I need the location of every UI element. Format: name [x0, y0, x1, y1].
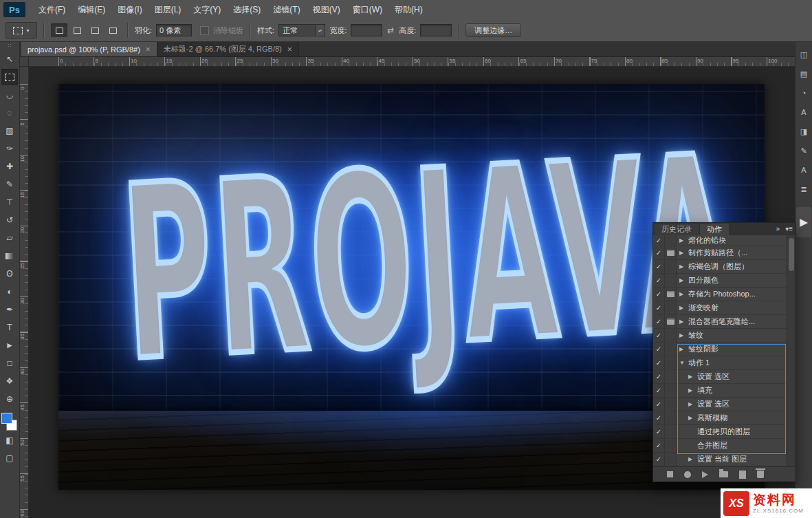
- item-toggle-check-icon[interactable]: ✓: [653, 288, 665, 301]
- panel-menu-icon[interactable]: ▾≡: [785, 224, 793, 234]
- collapse-arrow-icon[interactable]: ▼: [679, 356, 688, 369]
- item-toggle-check-icon[interactable]: ✓: [653, 453, 665, 466]
- action-row[interactable]: ✓▶四分颜色: [653, 274, 787, 288]
- move-tool[interactable]: ↖: [1, 51, 18, 67]
- expand-arrow-icon[interactable]: ▶: [688, 384, 697, 397]
- item-toggle-check-icon[interactable]: ✓: [653, 425, 665, 438]
- item-toggle-check-icon[interactable]: ✓: [653, 411, 665, 424]
- dialog-toggle[interactable]: [665, 370, 677, 383]
- pen-tool[interactable]: ✒: [1, 301, 18, 318]
- dialog-toggle[interactable]: [665, 301, 677, 314]
- screen-mode-button[interactable]: ▢: [1, 450, 18, 466]
- item-toggle-check-icon[interactable]: ✓: [653, 370, 665, 383]
- item-toggle-check-icon[interactable]: ✓: [653, 274, 665, 287]
- zoom-tool[interactable]: ⊕: [1, 391, 18, 407]
- new-set-button[interactable]: [719, 471, 728, 477]
- expand-arrow-icon[interactable]: ▶: [679, 260, 688, 273]
- scrollbar[interactable]: [787, 235, 795, 466]
- swap-dimensions-icon[interactable]: ⇄: [387, 25, 394, 35]
- lasso-tool[interactable]: ◡: [1, 87, 18, 103]
- document-tab[interactable]: 未标题-2 @ 66.7% (图层 4, RGB/8)×: [157, 42, 299, 56]
- dialog-toggle[interactable]: [665, 439, 677, 452]
- action-row[interactable]: ✓▶皱纹阴影: [653, 343, 787, 356]
- tab-close-icon[interactable]: ×: [287, 45, 292, 54]
- expand-arrow-icon[interactable]: ▶: [688, 453, 697, 466]
- hand-tool[interactable]: ❖: [1, 373, 18, 389]
- dialog-toggle[interactable]: [665, 425, 677, 438]
- action-row[interactable]: ✓▶设置 当前 图层: [653, 453, 787, 466]
- anti-alias-checkbox[interactable]: [200, 26, 209, 35]
- action-row[interactable]: ✓▶设置 选区: [653, 398, 787, 411]
- style-select[interactable]: 正常 ▴▾: [278, 24, 325, 36]
- delete-button[interactable]: [757, 471, 764, 478]
- item-toggle-check-icon[interactable]: ✓: [653, 343, 665, 356]
- dialog-toggle[interactable]: [665, 246, 677, 259]
- dialog-toggle[interactable]: [665, 453, 677, 466]
- document-tab[interactable]: projava.psd @ 100% (P, RGB/8#)×: [21, 42, 157, 56]
- menu-item-3[interactable]: 图层(L): [149, 5, 188, 14]
- stop-playing-button[interactable]: [667, 471, 673, 477]
- collapsed-panel-icon[interactable]: ✎: [797, 144, 811, 158]
- eyedropper-tool[interactable]: ✑: [1, 140, 18, 157]
- action-row[interactable]: ✓▶制作剪贴路径（...: [653, 246, 787, 260]
- action-row[interactable]: ✓通过拷贝的图层: [653, 425, 787, 439]
- item-toggle-check-icon[interactable]: ✓: [653, 384, 665, 397]
- eraser-tool[interactable]: ▱: [1, 230, 18, 246]
- gradient-tool[interactable]: [1, 248, 18, 264]
- collapse-to-icons-icon[interactable]: »: [776, 224, 780, 234]
- quick-mask-button[interactable]: ◧: [1, 432, 18, 449]
- blur-tool[interactable]: ʘ: [1, 266, 18, 282]
- menu-item-8[interactable]: 窗口(W): [347, 5, 388, 14]
- item-toggle-check-icon[interactable]: ✓: [653, 301, 665, 314]
- dialog-toggle[interactable]: [665, 384, 677, 397]
- vertical-ruler[interactable]: 051015202530354045505560: [19, 67, 29, 518]
- intersect-selection-button[interactable]: [105, 23, 121, 37]
- foreground-color-swatch[interactable]: [1, 413, 12, 424]
- collapsed-panel-icon[interactable]: ≣: [797, 182, 811, 196]
- collapsed-panel-icon[interactable]: A: [797, 163, 811, 177]
- collapsed-panel-icon[interactable]: ◔: [797, 86, 811, 100]
- item-toggle-check-icon[interactable]: ✓: [653, 329, 665, 342]
- tab-history[interactable]: 历史记录: [655, 224, 699, 235]
- menu-item-6[interactable]: 滤镜(T): [267, 5, 306, 14]
- begin-recording-button[interactable]: [684, 471, 691, 478]
- dialog-toggle[interactable]: [665, 260, 677, 273]
- menu-item-2[interactable]: 图像(I): [111, 5, 148, 14]
- new-selection-button[interactable]: [51, 23, 67, 37]
- new-action-button[interactable]: [739, 471, 746, 479]
- action-row[interactable]: ✓▶棕褐色调（图层）: [653, 260, 787, 274]
- dialog-toggle[interactable]: [665, 235, 677, 246]
- expand-arrow-icon[interactable]: ▶: [679, 301, 688, 314]
- item-toggle-check-icon[interactable]: ✓: [653, 439, 665, 452]
- crop-tool[interactable]: ▧: [1, 122, 18, 139]
- item-toggle-check-icon[interactable]: ✓: [653, 315, 665, 328]
- collapsed-panel-icon[interactable]: A: [797, 105, 811, 119]
- width-input[interactable]: [351, 24, 382, 36]
- add-to-selection-button[interactable]: [69, 23, 85, 37]
- action-row[interactable]: ✓▶熔化的铅块: [653, 235, 787, 246]
- type-tool[interactable]: T: [1, 319, 18, 336]
- refine-edge-button[interactable]: 调整边缘…: [465, 23, 521, 37]
- horizontal-ruler[interactable]: 0510152025303540455055606570758085909510…: [29, 57, 795, 67]
- dialog-toggle[interactable]: [665, 274, 677, 287]
- menu-item-4[interactable]: 文字(Y): [187, 5, 227, 14]
- brush-tool[interactable]: ✎: [1, 176, 18, 193]
- tab-actions[interactable]: 动作: [700, 224, 729, 235]
- collapsed-panel-icon[interactable]: ▤: [797, 67, 811, 80]
- action-row[interactable]: ✓▶混合器画笔克隆绘...: [653, 315, 787, 329]
- expand-arrow-icon[interactable]: ▶: [688, 411, 697, 424]
- path-selection-tool[interactable]: ►: [1, 337, 18, 354]
- dialog-toggle[interactable]: [665, 288, 677, 301]
- dialog-toggle[interactable]: [665, 329, 677, 342]
- dialog-toggle[interactable]: [665, 343, 677, 356]
- stepper-arrows-icon[interactable]: ▴▾: [315, 25, 325, 36]
- dialog-toggle[interactable]: [665, 411, 677, 424]
- actions-panel-collapsed-icon[interactable]: ▶: [796, 207, 811, 237]
- action-row[interactable]: ✓▶存储为 Photoshop...: [653, 288, 787, 301]
- dialog-toggle[interactable]: [665, 315, 677, 328]
- action-row[interactable]: ✓▶高斯模糊: [653, 411, 787, 425]
- item-toggle-check-icon[interactable]: ✓: [653, 246, 665, 259]
- rectangular-marquee-tool[interactable]: [1, 69, 18, 85]
- expand-arrow-icon[interactable]: ▶: [679, 315, 688, 328]
- action-row[interactable]: ✓▼动作 1: [653, 356, 787, 370]
